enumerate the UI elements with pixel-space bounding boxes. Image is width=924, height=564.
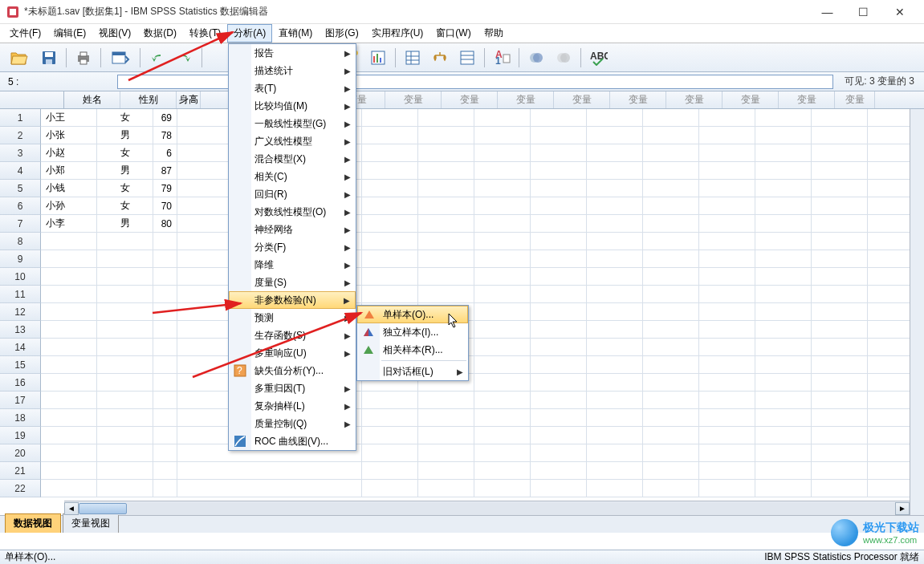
cell[interactable] xyxy=(474,286,531,303)
cell[interactable] xyxy=(643,144,699,162)
cell[interactable] xyxy=(41,427,97,444)
col-header-col3[interactable]: 身高 xyxy=(177,91,201,108)
cell[interactable] xyxy=(362,233,418,250)
cell[interactable] xyxy=(97,339,153,356)
row-header[interactable]: 1 xyxy=(0,109,41,127)
cell[interactable] xyxy=(418,392,474,409)
cell[interactable] xyxy=(755,374,812,392)
cell[interactable] xyxy=(812,427,868,444)
cell[interactable] xyxy=(41,374,97,392)
cell[interactable]: 69 xyxy=(153,109,177,127)
cell[interactable] xyxy=(418,409,474,427)
row-header[interactable]: 7 xyxy=(0,215,41,233)
menu-roc[interactable]: ROC 曲线图(V)... xyxy=(229,432,356,450)
cell[interactable] xyxy=(643,321,699,339)
cell[interactable] xyxy=(643,462,699,480)
cell[interactable] xyxy=(812,144,868,162)
cell[interactable] xyxy=(474,197,531,215)
cell[interactable]: 79 xyxy=(153,180,177,197)
vertical-scrollbar[interactable] xyxy=(910,109,924,518)
col-header-generic[interactable]: 变量 xyxy=(554,91,610,108)
cell[interactable] xyxy=(41,286,97,303)
menu-gen-linear[interactable]: 广义线性模型▶ xyxy=(229,132,356,150)
row-header[interactable]: 18 xyxy=(0,409,41,427)
grid-button[interactable] xyxy=(401,47,425,69)
menu-forecast[interactable]: 预测▶ xyxy=(229,309,356,327)
cell[interactable] xyxy=(587,462,643,480)
row-header[interactable]: 17 xyxy=(0,392,41,409)
cell[interactable] xyxy=(41,392,97,409)
cell[interactable] xyxy=(755,462,812,480)
submenu-related[interactable]: 相关样本(R)... xyxy=(357,341,468,359)
cell[interactable] xyxy=(41,409,97,427)
cell[interactable] xyxy=(41,444,97,462)
cell[interactable] xyxy=(418,444,474,462)
menu-view[interactable]: 视图(V) xyxy=(92,24,137,43)
cell[interactable] xyxy=(41,339,97,356)
cell[interactable] xyxy=(362,480,418,497)
cell[interactable] xyxy=(812,303,868,321)
cell[interactable] xyxy=(474,250,531,268)
cell[interactable] xyxy=(531,303,587,321)
row-header[interactable]: 6 xyxy=(0,197,41,215)
col-header-generic[interactable]: 变量 xyxy=(385,91,442,108)
cell[interactable] xyxy=(587,339,643,356)
cell[interactable] xyxy=(587,233,643,250)
menu-direct[interactable]: 直销(M) xyxy=(272,24,319,43)
save-button[interactable] xyxy=(37,47,61,69)
cell[interactable] xyxy=(587,286,643,303)
cell[interactable] xyxy=(812,374,868,392)
cell[interactable] xyxy=(474,180,531,197)
cell[interactable]: 男 xyxy=(97,162,153,180)
cell[interactable] xyxy=(755,144,812,162)
cell[interactable] xyxy=(474,215,531,233)
cell[interactable] xyxy=(699,233,755,250)
menu-window[interactable]: 窗口(W) xyxy=(429,24,477,43)
cell[interactable] xyxy=(643,409,699,427)
menu-nonparametric[interactable]: 非参数检验(N)▶ xyxy=(229,291,356,309)
cell[interactable]: 6 xyxy=(153,144,177,162)
cell[interactable] xyxy=(587,215,643,233)
cell[interactable] xyxy=(643,480,699,497)
sets-button-1[interactable] xyxy=(524,47,548,69)
row-header[interactable]: 8 xyxy=(0,233,41,250)
cell[interactable] xyxy=(587,180,643,197)
hscroll-thumb[interactable] xyxy=(79,503,127,514)
cell[interactable] xyxy=(699,480,755,497)
row-header[interactable]: 10 xyxy=(0,268,41,286)
cell[interactable] xyxy=(362,268,418,286)
row-header[interactable]: 15 xyxy=(0,356,41,374)
cell[interactable] xyxy=(812,392,868,409)
cell[interactable] xyxy=(531,268,587,286)
cell[interactable] xyxy=(587,197,643,215)
cell[interactable] xyxy=(97,462,153,480)
cell[interactable] xyxy=(153,427,177,444)
cell[interactable] xyxy=(699,286,755,303)
cell[interactable] xyxy=(474,392,531,409)
cell[interactable] xyxy=(699,374,755,392)
open-file-button[interactable] xyxy=(5,47,34,69)
cell[interactable] xyxy=(699,321,755,339)
cell[interactable] xyxy=(418,427,474,444)
cell[interactable] xyxy=(97,250,153,268)
cell[interactable] xyxy=(699,392,755,409)
menu-dimred[interactable]: 降维▶ xyxy=(229,256,356,274)
cell[interactable] xyxy=(418,286,474,303)
cell[interactable] xyxy=(643,268,699,286)
row-header[interactable]: 5 xyxy=(0,180,41,197)
cell[interactable] xyxy=(41,250,97,268)
cell[interactable] xyxy=(474,303,531,321)
cell[interactable] xyxy=(474,127,531,144)
col-header-gender[interactable]: 性别 xyxy=(120,91,177,108)
cell[interactable] xyxy=(177,462,306,480)
maximize-button[interactable]: ☐ xyxy=(845,1,881,23)
menu-edit[interactable]: 编辑(E) xyxy=(47,24,92,43)
cell[interactable] xyxy=(153,356,177,374)
cell[interactable] xyxy=(97,321,153,339)
cell[interactable]: 小孙 xyxy=(41,197,97,215)
redo-button[interactable] xyxy=(173,47,197,69)
cell[interactable] xyxy=(41,356,97,374)
row-header[interactable]: 3 xyxy=(0,144,41,162)
cell[interactable] xyxy=(699,339,755,356)
cell[interactable] xyxy=(755,321,812,339)
